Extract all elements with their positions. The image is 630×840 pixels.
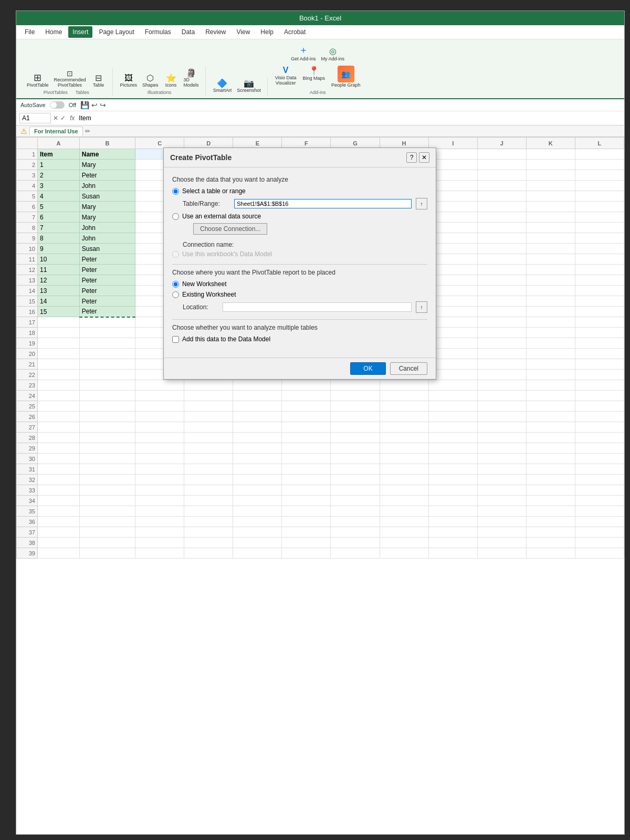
- cell-b32[interactable]: [79, 475, 135, 485]
- radio-new-worksheet-input[interactable]: [172, 281, 179, 288]
- data-model-checkbox[interactable]: [172, 336, 179, 343]
- cell-empty[interactable]: [526, 370, 575, 380]
- cell-b37[interactable]: [79, 527, 135, 538]
- radio-data-model-input[interactable]: [172, 251, 179, 258]
- cell-a15[interactable]: 14: [38, 296, 80, 307]
- cell-b27[interactable]: [79, 422, 135, 433]
- cell-empty[interactable]: [526, 181, 575, 191]
- cell-empty[interactable]: [575, 433, 624, 443]
- smartart-button[interactable]: 🔷 SmartArt: [211, 78, 234, 94]
- cell-empty[interactable]: [282, 412, 331, 422]
- screenshot-button[interactable]: 📷 Screenshot: [235, 78, 263, 94]
- cell-empty[interactable]: [380, 538, 428, 548]
- cell-empty[interactable]: [575, 349, 624, 359]
- cell-empty[interactable]: [477, 391, 526, 401]
- cell-a22[interactable]: [38, 370, 80, 380]
- bing-maps-button[interactable]: 📍 Bing Maps: [301, 65, 328, 89]
- cell-empty[interactable]: [233, 412, 282, 422]
- cell-b7[interactable]: Mary: [79, 212, 135, 223]
- cell-empty[interactable]: [477, 286, 526, 296]
- save-icon[interactable]: 💾: [80, 101, 89, 109]
- cell-a7[interactable]: 6: [38, 212, 80, 223]
- cell-empty[interactable]: [331, 454, 380, 464]
- cell-empty[interactable]: [477, 380, 526, 391]
- cell-empty[interactable]: [184, 412, 233, 422]
- cell-a28[interactable]: [38, 433, 80, 443]
- cell-a32[interactable]: [38, 475, 80, 485]
- cell-empty[interactable]: [526, 475, 575, 485]
- cell-empty[interactable]: [135, 485, 184, 496]
- cell-empty[interactable]: [331, 517, 380, 527]
- cell-empty[interactable]: [477, 254, 526, 265]
- menu-help[interactable]: Help: [256, 26, 278, 38]
- people-graph-button[interactable]: 👥 People Graph: [329, 65, 363, 89]
- cell-empty[interactable]: [135, 475, 184, 485]
- cell-empty[interactable]: [477, 538, 526, 548]
- cell-a23[interactable]: [38, 380, 80, 391]
- cell-empty[interactable]: [233, 464, 282, 475]
- col-header-j[interactable]: J: [477, 138, 526, 149]
- cell-empty[interactable]: [233, 517, 282, 527]
- cell-empty[interactable]: [477, 359, 526, 370]
- cell-empty[interactable]: [526, 349, 575, 359]
- cell-a26[interactable]: [38, 412, 80, 422]
- cell-b34[interactable]: [79, 496, 135, 506]
- cell-empty[interactable]: [575, 464, 624, 475]
- cell-empty[interactable]: [477, 317, 526, 328]
- cell-empty[interactable]: [380, 496, 428, 506]
- cell-empty[interactable]: [380, 475, 428, 485]
- cell-empty[interactable]: [575, 359, 624, 370]
- cell-empty[interactable]: [184, 527, 233, 538]
- cell-empty[interactable]: [526, 149, 575, 160]
- location-input[interactable]: [223, 302, 412, 312]
- cell-empty[interactable]: [428, 391, 477, 401]
- cell-empty[interactable]: [184, 443, 233, 454]
- cell-empty[interactable]: [233, 538, 282, 548]
- cell-empty[interactable]: [477, 191, 526, 202]
- cell-empty[interactable]: [428, 412, 477, 422]
- cell-a13[interactable]: 12: [38, 275, 80, 286]
- cell-b4[interactable]: John: [79, 181, 135, 191]
- cell-empty[interactable]: [575, 496, 624, 506]
- cell-empty[interactable]: [526, 538, 575, 548]
- cell-b26[interactable]: [79, 412, 135, 422]
- cell-a33[interactable]: [38, 485, 80, 496]
- 3d-models-button[interactable]: 🗿 3DModels: [182, 68, 201, 89]
- cell-empty[interactable]: [526, 170, 575, 181]
- cell-b16[interactable]: Peter: [79, 307, 135, 317]
- cell-empty[interactable]: [575, 275, 624, 286]
- cell-empty[interactable]: [233, 401, 282, 412]
- menu-page-layout[interactable]: Page Layout: [94, 26, 138, 38]
- cell-b29[interactable]: [79, 443, 135, 454]
- cell-empty[interactable]: [233, 548, 282, 559]
- table-button[interactable]: ⊟ Table: [89, 73, 108, 89]
- cell-b24[interactable]: [79, 391, 135, 401]
- cell-empty[interactable]: [575, 517, 624, 527]
- cell-empty[interactable]: [282, 380, 331, 391]
- cell-empty[interactable]: [575, 328, 624, 338]
- cell-empty[interactable]: [477, 275, 526, 286]
- cell-empty[interactable]: [575, 380, 624, 391]
- cancel-button[interactable]: Cancel: [390, 362, 427, 375]
- cell-empty[interactable]: [428, 380, 477, 391]
- cell-a25[interactable]: [38, 401, 80, 412]
- cell-empty[interactable]: [331, 496, 380, 506]
- cell-empty[interactable]: [477, 265, 526, 275]
- cell-empty[interactable]: [477, 223, 526, 233]
- cell-empty[interactable]: [526, 338, 575, 349]
- cell-b14[interactable]: Peter: [79, 286, 135, 296]
- cell-empty[interactable]: [135, 538, 184, 548]
- cell-empty[interactable]: [575, 443, 624, 454]
- cell-empty[interactable]: [575, 454, 624, 464]
- cell-empty[interactable]: [233, 506, 282, 517]
- cell-empty[interactable]: [331, 475, 380, 485]
- cell-empty[interactable]: [575, 212, 624, 223]
- cell-empty[interactable]: [575, 538, 624, 548]
- cell-empty[interactable]: [380, 464, 428, 475]
- cell-empty[interactable]: [477, 181, 526, 191]
- cell-empty[interactable]: [477, 496, 526, 506]
- ok-button[interactable]: OK: [350, 362, 385, 375]
- cell-empty[interactable]: [477, 527, 526, 538]
- cell-empty[interactable]: [526, 454, 575, 464]
- cell-empty[interactable]: [477, 464, 526, 475]
